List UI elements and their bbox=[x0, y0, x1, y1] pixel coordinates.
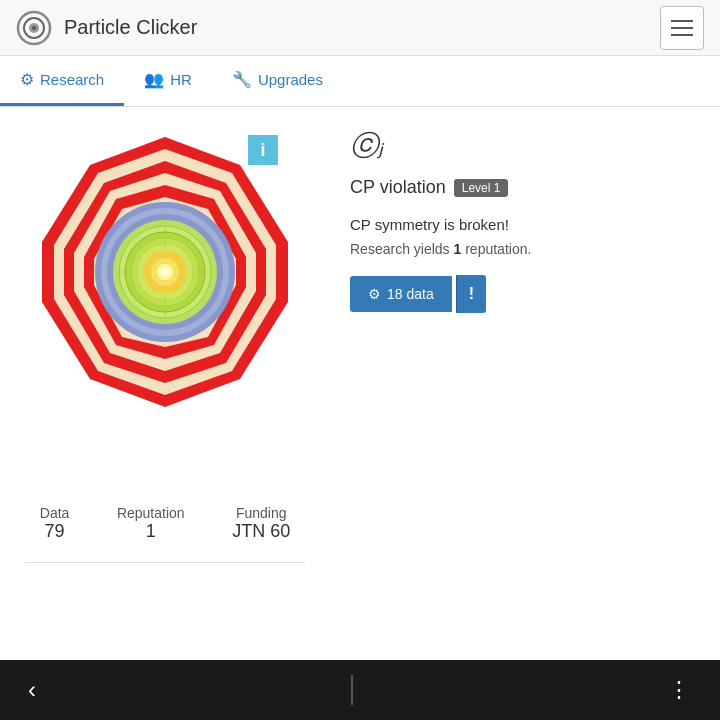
stats-row: Data 79 Reputation 1 Funding JTN 60 bbox=[0, 487, 330, 542]
svg-point-3 bbox=[32, 26, 36, 30]
stat-reputation: Reputation 1 bbox=[117, 505, 185, 542]
reputation-value: 1 bbox=[117, 521, 185, 542]
research-title-block: CP violation Level 1 bbox=[350, 177, 700, 198]
upgrades-tab-label: Upgrades bbox=[258, 71, 323, 88]
research-header: ⓒⱼ bbox=[350, 127, 700, 165]
app-bar: Particle Clicker bbox=[0, 0, 720, 56]
app-title: Particle Clicker bbox=[64, 16, 197, 39]
hamburger-line-1 bbox=[671, 20, 693, 22]
back-button[interactable]: ‹ bbox=[20, 668, 44, 712]
tab-bar: ⚙ Research 👥 HR 🔧 Upgrades bbox=[0, 56, 720, 107]
tab-hr[interactable]: 👥 HR bbox=[124, 56, 212, 106]
research-tab-label: Research bbox=[40, 71, 104, 88]
tab-research[interactable]: ⚙ Research bbox=[0, 56, 124, 106]
hamburger-line-2 bbox=[671, 27, 693, 29]
bottom-divider bbox=[351, 675, 353, 705]
tab-upgrades[interactable]: 🔧 Upgrades bbox=[212, 56, 343, 106]
hr-tab-icon: 👥 bbox=[144, 70, 164, 89]
funding-label: Funding bbox=[232, 505, 290, 521]
action-row: ⚙ 18 data ! bbox=[350, 275, 700, 313]
reputation-label: Reputation bbox=[117, 505, 185, 521]
yield-prefix: Research yields bbox=[350, 241, 454, 257]
left-divider bbox=[25, 562, 305, 563]
data-button[interactable]: ⚙ 18 data bbox=[350, 276, 452, 312]
main-content: i bbox=[0, 107, 720, 660]
app-logo bbox=[16, 10, 52, 46]
svg-point-27 bbox=[161, 268, 169, 276]
hr-tab-label: HR bbox=[170, 71, 192, 88]
research-title: CP violation bbox=[350, 177, 446, 198]
menu-button[interactable] bbox=[660, 6, 704, 50]
upgrades-tab-icon: 🔧 bbox=[232, 70, 252, 89]
stat-data: Data 79 bbox=[40, 505, 70, 542]
particle-svg bbox=[20, 127, 310, 417]
research-yield: Research yields 1 reputation. bbox=[350, 241, 700, 257]
data-button-label: 18 data bbox=[387, 286, 434, 302]
data-value: 79 bbox=[40, 521, 70, 542]
stat-funding: Funding JTN 60 bbox=[232, 505, 290, 542]
particle-canvas[interactable] bbox=[20, 127, 310, 477]
yield-suffix: reputation. bbox=[461, 241, 531, 257]
gear-icon: ⚙ bbox=[368, 286, 381, 302]
research-description: CP symmetry is broken! bbox=[350, 216, 700, 233]
bottom-bar: ‹ ⋮ bbox=[0, 660, 720, 720]
info-badge[interactable]: i bbox=[248, 135, 278, 165]
research-tab-icon: ⚙ bbox=[20, 70, 34, 89]
exclaim-button[interactable]: ! bbox=[456, 275, 486, 313]
more-button[interactable]: ⋮ bbox=[660, 669, 700, 711]
funding-value: JTN 60 bbox=[232, 521, 290, 542]
app-bar-left: Particle Clicker bbox=[16, 10, 197, 46]
left-panel: i bbox=[0, 107, 330, 660]
right-panel: ⓒⱼ CP violation Level 1 CP symmetry is b… bbox=[330, 107, 720, 660]
hamburger-line-3 bbox=[671, 34, 693, 36]
data-label: Data bbox=[40, 505, 70, 521]
level-badge: Level 1 bbox=[454, 179, 509, 197]
cp-violation-icon: ⓒⱼ bbox=[350, 127, 383, 165]
